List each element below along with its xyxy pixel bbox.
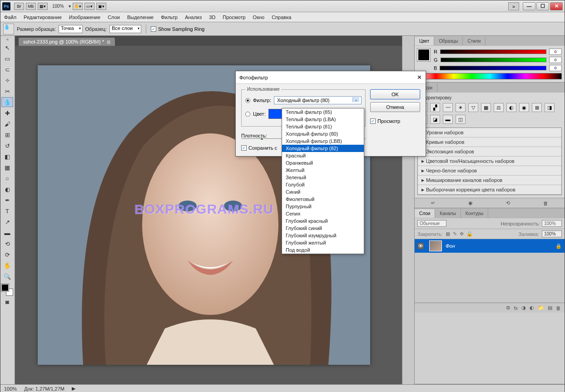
adj-clip-icon[interactable]: ↵ <box>431 200 435 206</box>
preset-row[interactable]: ▶Микширование каналов наборов <box>418 176 561 185</box>
panel-fg-color[interactable] <box>417 49 430 61</box>
dialog-close-icon[interactable]: ✕ <box>417 74 422 81</box>
r-slider[interactable] <box>440 49 546 54</box>
dialog-titlebar[interactable]: Фотофильтр ✕ <box>236 71 426 84</box>
dropdown-item[interactable]: Теплый фильтр (81) <box>282 123 364 130</box>
menu-help[interactable]: Справка <box>272 15 291 20</box>
dropdown-item[interactable]: Глубокий желтый <box>282 239 364 246</box>
dropdown-item[interactable]: Пурпурный <box>282 203 364 210</box>
type-tool-icon[interactable]: T <box>1 206 13 216</box>
dropdown-item[interactable]: Голубой <box>282 181 364 188</box>
dropdown-item[interactable]: Зеленый <box>282 174 364 181</box>
hand-icon[interactable]: ✋▾ <box>73 3 83 10</box>
history-brush-tool-icon[interactable]: ↺ <box>1 141 13 151</box>
filter-dropdown[interactable]: Холодный фильтр (80) <box>274 96 362 104</box>
eraser-tool-icon[interactable]: ◧ <box>1 152 13 162</box>
blur-tool-icon[interactable]: ○ <box>1 173 13 183</box>
levels-icon[interactable]: ▞ <box>430 103 440 112</box>
balance-icon[interactable]: ⚖ <box>494 103 504 112</box>
crop-tool-icon[interactable]: ✂ <box>1 86 13 96</box>
pen-tool-icon[interactable]: ✒ <box>1 195 13 205</box>
menu-filter[interactable]: Фильтр <box>161 15 178 20</box>
menu-analysis[interactable]: Анализ <box>185 15 202 20</box>
tab-swatches[interactable]: Образцы <box>434 37 463 45</box>
tab-styles[interactable]: Стили <box>463 37 486 45</box>
color-radio[interactable] <box>245 112 250 117</box>
preserve-checkbox[interactable]: ✓ <box>241 145 247 151</box>
fill-input[interactable]: 100% <box>542 230 562 237</box>
dropdown-item[interactable]: Оранжевый <box>282 159 364 167</box>
foreground-color-swatch[interactable] <box>1 284 9 291</box>
lock-pixels-icon[interactable]: ▦ <box>446 231 450 237</box>
status-zoom[interactable]: 100% <box>4 386 17 392</box>
dropdown-item[interactable]: Холодный фильтр (80) <box>282 130 364 137</box>
eyedropper-tool-icon[interactable]: 💧 <box>1 97 13 107</box>
maximize-button[interactable]: ☐ <box>536 2 549 10</box>
curves-icon[interactable]: 〰 <box>443 103 453 112</box>
show-sampling-ring-checkbox[interactable]: ✓ Show Sampling Ring <box>151 26 204 32</box>
zoom-tool-icon[interactable]: 🔍 <box>1 271 13 281</box>
photofilter-icon[interactable]: ◉ <box>519 103 529 112</box>
3d-camera-tool-icon[interactable]: ⟳ <box>1 250 13 260</box>
adj-delete-icon[interactable]: 🗑 <box>543 201 548 206</box>
b-value[interactable]: 0 <box>549 65 562 71</box>
dropdown-item[interactable]: Синий <box>282 188 364 196</box>
bw-icon[interactable]: ◐ <box>506 103 516 112</box>
hue-strip[interactable] <box>417 73 562 79</box>
invert-icon[interactable]: ◨ <box>545 103 555 112</box>
adj-layer-icon[interactable]: ◐ <box>530 305 534 311</box>
r-value[interactable]: 0 <box>549 49 562 55</box>
dropdown-item[interactable]: Сепия <box>282 210 364 217</box>
sample-select[interactable]: Все слои <box>109 25 141 33</box>
g-slider[interactable] <box>441 58 546 62</box>
preview-checkbox[interactable]: ✓ <box>370 118 376 124</box>
heal-tool-icon[interactable]: ✚ <box>1 108 13 118</box>
close-button[interactable]: ✕ <box>550 2 563 10</box>
bridge-icon[interactable]: Br <box>14 3 24 10</box>
lasso-tool-icon[interactable]: ⊂ <box>1 64 13 74</box>
menu-edit[interactable]: Редактирование <box>24 15 62 20</box>
menu-select[interactable]: Выделение <box>127 15 154 20</box>
document-tab-close-icon[interactable]: ⊠ <box>107 39 110 44</box>
3d-tool-icon[interactable]: ⟲ <box>1 239 13 249</box>
brush-tool-icon[interactable]: 🖌 <box>1 119 13 129</box>
link-icon[interactable]: ⧉ <box>506 305 510 311</box>
channelmix-icon[interactable]: ⊞ <box>532 103 542 112</box>
preset-row[interactable]: ▶Черно-белое наборов <box>418 166 561 176</box>
dropdown-item[interactable]: Под водой <box>282 246 364 254</box>
dropdown-item[interactable]: Фиолетовый <box>282 196 364 203</box>
menu-3d[interactable]: 3D <box>209 15 215 20</box>
menu-image[interactable]: Изображение <box>69 15 100 20</box>
cancel-button[interactable]: Отмена <box>370 102 420 112</box>
document-tab[interactable]: sshot-2333.png @ 100% (RGB/8#) * ⊠ <box>19 38 115 46</box>
dropdown-item[interactable]: Глубокий изумрудный <box>282 232 364 239</box>
menu-file[interactable]: Файл <box>4 15 16 20</box>
vibrance-icon[interactable]: ▽ <box>468 103 478 112</box>
adj-reset-icon[interactable]: ⟲ <box>506 200 510 206</box>
preset-row[interactable]: ▶Кривые наборов <box>418 137 561 147</box>
collapse-panels-icon[interactable]: » <box>508 2 519 10</box>
status-doc-size[interactable]: Док: 1,27M/1,27M <box>24 386 64 392</box>
b-slider[interactable] <box>440 66 546 70</box>
lock-paint-icon[interactable]: ✎ <box>453 231 457 237</box>
arrange-icon[interactable]: ▭▾ <box>84 3 94 10</box>
dropdown-item[interactable]: Теплый фильтр (LBA) <box>282 116 364 123</box>
threshold-icon[interactable]: ◪ <box>430 115 440 124</box>
ok-button[interactable]: OK <box>370 89 420 99</box>
blend-mode-select[interactable]: Обычные <box>417 220 446 227</box>
wand-tool-icon[interactable]: ✧ <box>1 75 13 85</box>
selective-icon[interactable]: ◫ <box>456 115 466 124</box>
gradientmap-icon[interactable]: ▬ <box>443 115 453 124</box>
title-zoom-arrow[interactable]: ▾ <box>69 4 71 9</box>
hue-icon[interactable]: ▦ <box>481 103 491 112</box>
lock-move-icon[interactable]: ✥ <box>460 231 464 237</box>
g-value[interactable]: 0 <box>549 57 562 63</box>
dodge-tool-icon[interactable]: ◐ <box>1 184 13 194</box>
gradient-tool-icon[interactable]: ▦ <box>1 162 13 172</box>
move-tool-icon[interactable]: ↖ <box>1 43 13 53</box>
dropdown-item[interactable]: Глубокий красный <box>282 217 364 225</box>
layer-visibility-icon[interactable]: 👁 <box>417 243 424 249</box>
toolbar-collapse-icon[interactable]: « <box>1 37 14 42</box>
dropdown-item[interactable]: Холодный фильтр (LBB) <box>282 137 364 145</box>
layer-thumbnail[interactable] <box>429 240 442 251</box>
